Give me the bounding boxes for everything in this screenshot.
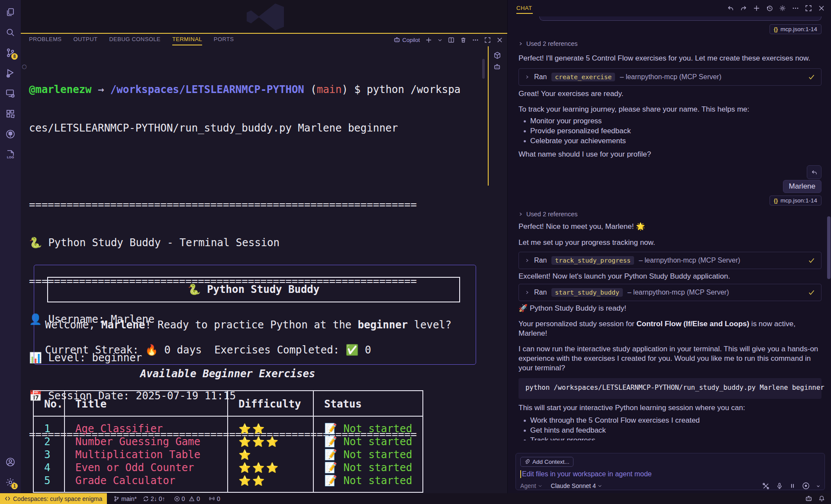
undo-icon[interactable] xyxy=(727,5,734,12)
terminal-output[interactable]: ○@marlenezw → /workspaces/LETSLEARNMCP-P… xyxy=(21,46,488,493)
chat-history-icon[interactable] xyxy=(766,5,773,12)
chevron-right-icon xyxy=(525,75,529,79)
used-references-toggle[interactable]: Used 2 references xyxy=(519,40,821,47)
reference-chip-row: {}mcp.json:1-14 xyxy=(519,196,821,205)
python-session-icon[interactable] xyxy=(493,51,501,59)
session-features-list: Work through the 5 Control Flow exercise… xyxy=(519,416,821,440)
redo-icon[interactable] xyxy=(740,5,747,12)
tool-name: start_study_buddy xyxy=(551,288,622,297)
run-debug-icon[interactable] xyxy=(0,63,21,83)
table-header-row: No. Title Difficulty Status xyxy=(33,391,423,416)
list-item: Monitor your progress xyxy=(523,117,821,125)
chat-input-container[interactable]: Add Context... Edit files in your worksp… xyxy=(515,453,825,490)
paperclip-icon xyxy=(524,459,530,465)
chat-maximize-icon[interactable] xyxy=(805,5,812,12)
assistant-message: Your personalized study session for Cont… xyxy=(519,319,821,338)
row-number: 3 xyxy=(33,448,64,461)
activity-bar-bottom: 1 xyxy=(0,450,21,493)
git-branch-item[interactable]: main* xyxy=(110,495,140,502)
send-record-button[interactable] xyxy=(802,482,810,490)
tab-debug-console[interactable]: DEBUG CONSOLE xyxy=(109,34,161,45)
mcp-json-reference-chip[interactable]: {}mcp.json:1-14 xyxy=(770,196,821,205)
account-icon[interactable] xyxy=(0,452,21,472)
chat-text-input[interactable]: Edit files in your workspace in agent mo… xyxy=(520,470,820,478)
copilot-session-icon[interactable] xyxy=(493,63,501,71)
row-status: 📝 Not started xyxy=(313,461,423,474)
chat-close-icon[interactable] xyxy=(818,5,825,12)
status-bar-right xyxy=(805,495,831,502)
sync-changes-item[interactable]: 2↓ 0↑ xyxy=(140,495,168,502)
undo-request-button[interactable] xyxy=(807,165,821,179)
chevron-right-icon xyxy=(519,42,523,46)
extensions-icon[interactable] xyxy=(0,103,21,124)
new-chat-icon[interactable] xyxy=(753,5,760,12)
prompt-path: /workspaces/LETSLEARNMCP-PYTHON xyxy=(110,83,304,96)
terminal-line: ces/LETSLEARNMCP-PYTHON/run_study_buddy.… xyxy=(29,122,461,135)
pause-icon[interactable] xyxy=(789,483,796,489)
column-header-no: No. xyxy=(33,391,64,416)
settings-gear-icon[interactable]: 1 xyxy=(0,472,21,492)
used-references-toggle[interactable]: Used 2 references xyxy=(519,211,821,218)
panel-tabs-left: PROBLEMS OUTPUT DEBUG CONSOLE TERMINAL P… xyxy=(29,34,234,45)
terminal-dropdown-chevron-icon[interactable] xyxy=(438,38,442,42)
row-number: 2 xyxy=(33,435,64,448)
assistant-message: I can now run the interactive study appl… xyxy=(519,344,821,373)
status-bar: Codespaces: curly space enigma main* 2↓ … xyxy=(0,493,831,504)
braces-icon: {} xyxy=(774,198,778,204)
tab-output[interactable]: OUTPUT xyxy=(73,34,97,45)
new-terminal-button[interactable] xyxy=(425,37,432,43)
github-icon[interactable] xyxy=(0,124,21,144)
split-terminal-button[interactable] xyxy=(448,37,454,43)
search-icon[interactable] xyxy=(0,22,21,42)
assistant-message: This will start your interactive Python … xyxy=(519,403,821,413)
braces-icon: {} xyxy=(774,26,778,32)
branch-icon xyxy=(113,496,119,502)
ports-item[interactable]: 0 xyxy=(206,495,223,502)
send-options-chevron-icon[interactable] xyxy=(816,484,820,488)
remote-indicator[interactable]: Codespaces: curly space enigma xyxy=(0,493,107,504)
notifications-bell-icon[interactable] xyxy=(818,495,825,502)
table-row: 3 Multiplication Table ⭐ 📝 Not started xyxy=(33,448,423,461)
problems-item[interactable]: 0 0 xyxy=(171,495,203,502)
row-title: Age Classifier xyxy=(64,416,228,435)
user-message-row: Marlene xyxy=(519,180,821,193)
terminal-sessions-strip xyxy=(488,46,507,493)
tab-terminal[interactable]: TERMINAL xyxy=(172,34,202,45)
terminal-scrollbar[interactable] xyxy=(482,59,485,79)
command-code-block[interactable]: python /workspaces/LETSLEARNMCP-PYTHON/r… xyxy=(519,378,821,399)
kill-terminal-button[interactable] xyxy=(460,37,467,43)
remote-explorer-icon[interactable] xyxy=(0,83,21,103)
microphone-icon[interactable] xyxy=(776,482,783,489)
tool-call-track-study-progress[interactable]: Ran track_study_progress – learnpython-m… xyxy=(519,252,821,269)
tab-ports[interactable]: PORTS xyxy=(214,34,234,45)
agent-mode-selector[interactable]: Agent xyxy=(520,482,542,489)
welcome-message: Welcome, Marlene! Ready to practice Pyth… xyxy=(45,319,451,331)
terminal-blank-line xyxy=(29,160,461,173)
add-context-button[interactable]: Add Context... xyxy=(520,457,573,467)
chat-conversation: {}mcp.json:1-14 Used 2 references Perfec… xyxy=(508,16,828,440)
log-viewer-icon[interactable]: LOG xyxy=(0,144,21,164)
tool-call-start-study-buddy[interactable]: Ran start_study_buddy – learnpython-mcp … xyxy=(519,284,821,301)
tools-icon[interactable] xyxy=(762,482,770,490)
prompt-branch: main xyxy=(317,83,342,96)
more-actions-button[interactable] xyxy=(472,37,479,43)
source-control-icon[interactable]: 8 xyxy=(0,42,21,63)
warnings-icon xyxy=(189,496,195,502)
copilot-status-icon[interactable] xyxy=(805,495,812,502)
input-placeholder: Edit files in your workspace in agent mo… xyxy=(522,470,652,478)
chat-settings-gear-icon[interactable] xyxy=(779,5,786,12)
tool-call-create-exercise[interactable]: Ran create_exercise – learnpython-mcp (M… xyxy=(519,68,821,86)
log-icon-label: LOG xyxy=(7,155,14,159)
explorer-copy-icon[interactable] xyxy=(0,2,21,22)
chat-more-icon[interactable] xyxy=(792,5,799,12)
model-selector[interactable]: Claude Sonnet 4 xyxy=(551,482,602,489)
activity-bar: 8 LOG 1 xyxy=(0,0,21,493)
chat-tab[interactable]: CHAT xyxy=(516,5,532,11)
mcp-json-reference-chip[interactable]: {}mcp.json:1-14 xyxy=(770,24,821,34)
maximize-panel-button[interactable] xyxy=(484,37,491,43)
close-panel-button[interactable] xyxy=(496,37,503,43)
copilot-terminal-badge[interactable]: Copilot xyxy=(393,36,420,43)
chat-scrollbar[interactable] xyxy=(827,216,831,279)
tool-name: create_exercise xyxy=(551,73,615,81)
tab-problems[interactable]: PROBLEMS xyxy=(29,34,61,45)
